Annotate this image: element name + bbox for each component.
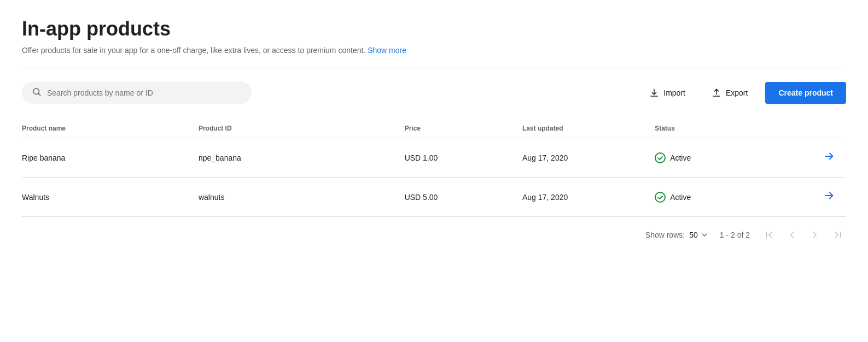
- cell-action[interactable]: [802, 178, 846, 217]
- export-button[interactable]: Export: [703, 82, 756, 103]
- status-badge: Active: [655, 192, 793, 203]
- page-title: In-app products: [22, 17, 846, 40]
- cell-last-updated: Aug 17, 2020: [522, 178, 655, 217]
- rows-per-page-select[interactable]: 50: [689, 231, 709, 239]
- show-rows-control: Show rows: 50: [645, 231, 709, 239]
- cell-last-updated: Aug 17, 2020: [522, 138, 655, 178]
- row-detail-button[interactable]: [821, 148, 837, 167]
- import-button[interactable]: Import: [640, 82, 694, 103]
- pagination: Show rows: 50 1 - 2 of 2: [22, 217, 846, 246]
- cell-product-name: Ripe banana: [22, 138, 199, 178]
- table-row: Walnuts walnuts USD 5.00 Aug 17, 2020 Ac…: [22, 178, 846, 217]
- cell-action[interactable]: [802, 138, 846, 178]
- next-page-icon: [810, 230, 820, 240]
- cell-product-id: ripe_banana: [199, 138, 405, 178]
- cell-product-price: USD 1.00: [405, 138, 522, 178]
- section-divider: [22, 68, 846, 68]
- table-header-row: Product name Product ID Price Last updat…: [22, 119, 846, 138]
- table-row: Ripe banana ripe_banana USD 1.00 Aug 17,…: [22, 138, 846, 178]
- cell-product-id: walnuts: [199, 178, 405, 217]
- last-page-icon: [833, 230, 843, 240]
- arrow-right-icon: [823, 150, 835, 162]
- arrow-right-icon: [823, 190, 835, 202]
- cell-status: Active: [655, 178, 802, 217]
- active-status-icon: [655, 152, 666, 163]
- rows-per-page-value: 50: [689, 231, 698, 239]
- svg-line-1: [38, 93, 40, 95]
- products-table: Product name Product ID Price Last updat…: [22, 119, 846, 217]
- prev-page-icon: [787, 230, 797, 240]
- page-subtitle: Offer products for sale in your app for …: [22, 46, 846, 55]
- next-page-button[interactable]: [807, 228, 823, 242]
- import-icon: [649, 88, 659, 98]
- col-header-name: Product name: [22, 119, 199, 138]
- active-status-icon: [655, 192, 666, 203]
- cell-product-price: USD 5.00: [405, 178, 522, 217]
- status-label: Active: [670, 154, 691, 162]
- status-label: Active: [670, 193, 691, 202]
- show-rows-label: Show rows:: [645, 231, 685, 239]
- status-badge: Active: [655, 152, 793, 163]
- create-product-button[interactable]: Create product: [765, 82, 846, 104]
- toolbar: Import Export Create product: [22, 81, 846, 104]
- page-range: 1 - 2 of 2: [720, 231, 750, 239]
- export-icon: [712, 88, 721, 98]
- cell-status: Active: [655, 138, 802, 178]
- first-page-icon: [764, 230, 774, 240]
- first-page-button[interactable]: [761, 228, 777, 242]
- prev-page-button[interactable]: [784, 228, 800, 242]
- chevron-down-icon: [700, 231, 709, 239]
- col-header-id: Product ID: [199, 119, 405, 138]
- col-header-status: Status: [655, 119, 802, 138]
- col-header-updated: Last updated: [522, 119, 655, 138]
- row-detail-button[interactable]: [821, 187, 837, 207]
- last-page-button[interactable]: [830, 228, 846, 242]
- search-box[interactable]: [22, 81, 252, 104]
- col-header-action: [802, 119, 846, 138]
- search-input[interactable]: [47, 89, 242, 97]
- col-header-price: Price: [405, 119, 522, 138]
- cell-product-name: Walnuts: [22, 178, 199, 217]
- search-icon: [32, 87, 42, 98]
- show-more-link[interactable]: Show more: [368, 46, 406, 55]
